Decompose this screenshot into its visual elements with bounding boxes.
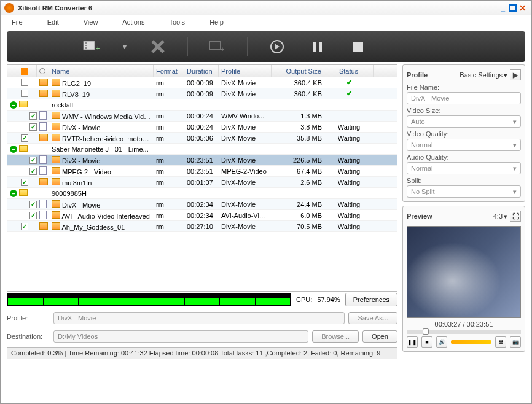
profile-icon	[39, 166, 47, 175]
browse-button[interactable]: Browse...	[312, 330, 359, 343]
profile-combo[interactable]: DivX - Movie	[53, 312, 345, 324]
col-status[interactable]: Status	[324, 65, 374, 77]
table-row[interactable]: − Saber Marionette J - 01 - Lime...	[7, 144, 397, 155]
table-row[interactable]: DivX - Movierm00:23:51DivX-Movie226.5 MB…	[7, 155, 397, 166]
table-row[interactable]: DivX - Movierm00:02:34DivX-Movie24.4 MBW…	[7, 199, 397, 210]
videoquality-select[interactable]: Normal	[407, 139, 521, 151]
add-file-button[interactable]: +	[80, 36, 103, 58]
collapse-icon[interactable]: −	[10, 146, 17, 153]
row-checkbox[interactable]	[29, 112, 37, 120]
stop-playback-button[interactable]: ■	[421, 336, 432, 348]
cell-duration: 00:01:07	[184, 179, 219, 186]
table-row[interactable]: RVTR-behere-ivideo_motor-cr...rm00:05:06…	[7, 133, 397, 144]
playback-time: 00:03:27 / 00:23:51	[407, 320, 521, 328]
menu-actions[interactable]: Actions	[122, 18, 144, 26]
cell-format: rm	[154, 123, 184, 131]
col-checkbox[interactable]	[7, 65, 37, 77]
menu-tools[interactable]: Tools	[169, 18, 185, 26]
menu-view[interactable]: View	[84, 18, 98, 26]
row-checkbox[interactable]	[21, 90, 28, 97]
menu-help[interactable]: Help	[209, 18, 224, 26]
table-row[interactable]: − rockfall	[7, 99, 397, 111]
table-row[interactable]: RLG2_19rm00:00:09DivX-Movie360.4 KB✔	[7, 77, 397, 88]
split-select[interactable]: No Split	[407, 185, 521, 198]
aspect-ratio-link[interactable]: 4:3	[493, 212, 507, 220]
save-as-button[interactable]: Save As...	[348, 312, 397, 324]
cell-profile: AVI-Audio-Vi...	[219, 212, 272, 219]
close-button[interactable]: ✕	[518, 3, 528, 13]
row-checkbox[interactable]	[29, 201, 37, 208]
menu-file[interactable]: File	[12, 18, 23, 26]
row-checkbox[interactable]	[29, 212, 37, 219]
preferences-button[interactable]: Preferences	[345, 293, 397, 306]
open-button[interactable]: Open	[362, 330, 397, 343]
svg-rect-2	[85, 45, 87, 46]
volume-slider[interactable]	[451, 340, 491, 344]
play-pause-button[interactable]: ❚❚	[407, 336, 418, 348]
collapse-icon[interactable]: −	[10, 190, 17, 197]
filename-field[interactable]: DivX - Movie	[407, 92, 521, 104]
cell-duration: 00:02:34	[184, 212, 219, 219]
remove-button[interactable]	[147, 36, 169, 58]
audioquality-select[interactable]: Normal	[407, 162, 521, 174]
folder-icon	[19, 101, 28, 107]
snapshot-button[interactable]: 📷	[510, 336, 521, 348]
collapse-icon[interactable]: −	[10, 101, 17, 109]
table-row[interactable]: MPEG-2 - Videorm00:23:51MPEG-2-Video67.4…	[7, 166, 397, 177]
row-checkbox[interactable]	[21, 79, 28, 86]
cell-duration: 00:00:24	[184, 123, 219, 131]
table-row[interactable]: − 90009885H	[7, 188, 397, 199]
col-output-size[interactable]: Output Size	[272, 65, 324, 77]
fullscreen-button[interactable]: ⛶	[510, 211, 521, 222]
output-button[interactable]: +	[206, 36, 229, 58]
stop-button[interactable]	[347, 36, 369, 58]
svg-text:+: +	[96, 44, 100, 52]
preview-viewport	[407, 226, 521, 318]
profile-icon	[39, 155, 47, 164]
table-row[interactable]: mul8m1tnrm00:01:07DivX-Movie2.6 MBWaitin…	[7, 177, 397, 188]
playback-slider[interactable]	[407, 330, 521, 334]
cell-name: DivX - Movie	[49, 123, 154, 131]
table-row[interactable]: WMV - Windows Media Videorm00:00:24WMV-W…	[7, 111, 397, 122]
cell-size: 1.3 MB	[272, 112, 324, 120]
videosize-label: Video Size:	[407, 107, 521, 114]
preview-panel: Preview 4:3 ⛶ 00:03:27 / 00:23:51 ❚❚ ■ 🔊…	[402, 206, 525, 352]
table-row[interactable]: DivX - Movierm00:00:24DivX-Movie3.8 MBWa…	[7, 122, 397, 133]
profile-next-button[interactable]: ▶	[510, 69, 521, 80]
cell-size: 2.6 MB	[272, 179, 324, 186]
cell-name: Saber Marionette J - 01 - Lime...	[49, 146, 154, 153]
table-row[interactable]: RLV8_19rm00:00:09DivX-Movie360.4 KB✔	[7, 88, 397, 99]
row-checkbox[interactable]	[21, 223, 28, 230]
row-checkbox[interactable]	[29, 123, 37, 131]
cell-size: 226.5 MB	[272, 157, 324, 164]
check-icon: ✔	[346, 90, 352, 97]
cell-format: rm	[154, 90, 184, 98]
minimize-button[interactable]: _	[498, 3, 508, 13]
cell-name: MPEG-2 - Video	[49, 167, 154, 176]
videosize-select[interactable]: Auto	[407, 115, 521, 128]
table-row[interactable]: Ah_My_Goddess_01rm00:27:10DivX-Movie70.5…	[7, 221, 397, 232]
profile-label: Profile:	[7, 314, 50, 322]
col-duration[interactable]: Duration	[184, 65, 219, 77]
basic-settings-link[interactable]: Basic Settings	[460, 71, 507, 79]
col-format[interactable]: Format	[154, 65, 184, 77]
add-dropdown-icon[interactable]: ▼	[121, 36, 128, 58]
maximize-button[interactable]	[509, 4, 517, 12]
pause-button[interactable]	[307, 36, 329, 58]
table-row[interactable]: AVI - Audio-Video Interleavedrm00:02:34A…	[7, 210, 397, 221]
col-profile[interactable]: Profile	[219, 65, 272, 77]
menu-edit[interactable]: Edit	[47, 18, 59, 26]
cpu-value: 57.94%	[317, 296, 340, 303]
row-checkbox[interactable]	[29, 168, 37, 175]
destination-combo[interactable]: D:\My Videos	[53, 330, 308, 343]
profile-icon	[39, 211, 47, 219]
col-icon[interactable]	[37, 65, 49, 77]
volume-icon[interactable]: 🔊	[436, 336, 447, 348]
row-checkbox[interactable]	[29, 157, 37, 164]
snapshot-folder-button[interactable]: 🖶	[495, 336, 506, 348]
col-name[interactable]: Name	[49, 65, 154, 77]
convert-button[interactable]	[266, 36, 288, 58]
file-table: Name Format Duration Profile Output Size…	[7, 64, 397, 292]
row-checkbox[interactable]	[21, 134, 28, 142]
row-checkbox[interactable]	[21, 179, 28, 186]
